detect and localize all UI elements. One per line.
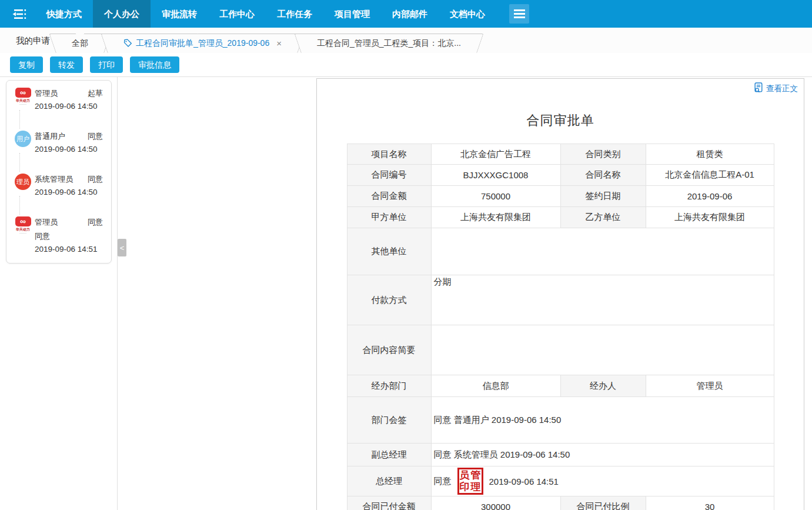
user-avatar: 用户 <box>15 131 31 147</box>
approval-status: 同意 <box>88 217 103 228</box>
approver-name: 管理员 <box>35 88 58 99</box>
tag-icon <box>123 39 132 48</box>
nav-item-shortcuts[interactable]: 快捷方式 <box>35 0 93 28</box>
copy-button[interactable]: 复制 <box>10 56 43 73</box>
company-logo-avatar: ∞ 华天动力 ───── <box>15 216 31 235</box>
seal-char: 理 <box>470 481 482 493</box>
party-b-value: 上海共友有限集团 <box>646 207 774 228</box>
nav-item-document-center[interactable]: 文档中心 <box>439 0 496 28</box>
amount-value: 750000 <box>431 186 560 207</box>
nav-item-approval-flow[interactable]: 审批流转 <box>151 0 208 28</box>
approval-info-button[interactable]: 审批信息 <box>130 56 179 73</box>
top-nav: 快捷方式 个人办公 审批流转 工作中心 工作任务 项目管理 内部邮件 文档中心 <box>0 0 812 28</box>
tab-close-icon[interactable]: × <box>276 39 282 48</box>
tabs: 全部 工程合同审批单_管理员_2019-09-06 × 工程合同_管理员_工程类… <box>56 34 481 53</box>
dept-label: 经办部门 <box>347 375 431 397</box>
table-row: 合同已付金额 300000 合同已付比例 30 <box>347 496 774 510</box>
tab-all-label: 全部 <box>72 38 88 49</box>
nav-item-project-management[interactable]: 项目管理 <box>323 0 381 28</box>
contract-category-value: 租赁类 <box>646 144 774 165</box>
payment-value: 分期 <box>431 275 774 325</box>
approval-status: 起草 <box>88 88 103 99</box>
tab-contract-engineering[interactable]: 工程合同_管理员_工程类_项目：北京... <box>302 34 476 53</box>
tab-contract-approval-active[interactable]: 工程合同审批单_管理员_2019-09-06 × <box>108 34 297 53</box>
logo-text: 华天动力 <box>16 98 30 104</box>
logo-subtext: ───── <box>19 104 26 106</box>
other-units-value <box>431 228 774 275</box>
approval-comment: 同意 <box>35 231 103 242</box>
project-name-value: 北京金信广告工程 <box>431 144 560 165</box>
app-menu-icon[interactable] <box>509 4 529 24</box>
approver-name: 管理员 <box>35 217 58 228</box>
other-units-label: 其他单位 <box>347 228 431 275</box>
view-body-link[interactable]: 查看正文 <box>754 82 798 95</box>
paid-label: 合同已付金额 <box>347 496 431 510</box>
company-logo-avatar: ∞ 华天动力 ───── <box>15 88 31 106</box>
timeline-item-dept-sign: 用户 普通用户 同意 2019-09-06 14:50 <box>11 131 106 154</box>
document-search-icon <box>754 82 764 95</box>
timeline-item-vice-gm: 理员 系统管理员 同意 2019-09-06 14:50 <box>11 174 106 196</box>
print-button[interactable]: 打印 <box>90 56 123 73</box>
view-body-label: 查看正文 <box>766 84 798 94</box>
timeline-item-text: 系统管理员 同意 2019-09-06 14:50 <box>35 174 106 196</box>
nav-item-work-tasks[interactable]: 工作任务 <box>266 0 323 28</box>
gm-approve-text: 同意 <box>434 476 452 487</box>
project-name-label: 项目名称 <box>347 144 431 165</box>
ratio-label: 合同已付比例 <box>560 496 646 510</box>
dept-sign-label: 部门会签 <box>347 397 431 444</box>
contract-no-value: BJJXXXGC1008 <box>431 165 560 186</box>
dept-value: 信息部 <box>431 375 560 397</box>
seal-char: 管 <box>470 469 482 481</box>
dept-sign-value: 同意 普通用户 2019-09-06 14:50 <box>431 397 774 444</box>
admin-avatar: 理员 <box>15 174 31 190</box>
tab-strip: 我的申请 全部 工程合同审批单_管理员_2019-09-06 × 工程合同_管理… <box>0 28 812 53</box>
breadcrumb-my-applications[interactable]: 我的申请 <box>16 35 50 46</box>
seal-char: 印 <box>459 481 470 493</box>
nav-item-internal-mail[interactable]: 内部邮件 <box>381 0 439 28</box>
contract-category-label: 合同类别 <box>560 144 646 165</box>
table-row: 其他单位 <box>347 228 774 275</box>
gm-label: 总经理 <box>347 466 431 496</box>
paid-value: 300000 <box>431 496 560 510</box>
approval-date: 2019-09-06 14:50 <box>35 188 103 196</box>
contract-document: 查看正文 合同审批单 项目名称 北京金信广告工程 合同类别 租赁类 合同编号 B… <box>316 78 804 510</box>
table-row: 总经理 同意 员 管 印 理 2019-09-06 14:51 <box>347 466 774 496</box>
nav-item-work-center[interactable]: 工作中心 <box>208 0 266 28</box>
contract-name-label: 合同名称 <box>560 165 646 186</box>
contract-name-value: 北京金信信息工程A-01 <box>646 165 774 186</box>
gm-value: 同意 员 管 印 理 2019-09-06 14:51 <box>431 466 774 496</box>
nav-items: 快捷方式 个人办公 审批流转 工作中心 工作任务 项目管理 内部邮件 文档中心 <box>35 0 496 28</box>
panel-collapse-handle[interactable]: < <box>118 239 126 256</box>
party-b-label: 乙方单位 <box>560 207 646 228</box>
approver-name: 普通用户 <box>35 131 65 142</box>
timeline-item-gm: ∞ 华天动力 ───── 管理员 同意 同意 2019-09-06 14:51 <box>11 216 106 254</box>
infinity-logo-icon: ∞ <box>15 216 31 226</box>
summary-label: 合同内容简要 <box>347 325 431 375</box>
forward-button[interactable]: 转发 <box>50 56 83 73</box>
ratio-value: 30 <box>646 496 774 510</box>
sign-date-value: 2019-09-06 <box>646 186 774 207</box>
table-row: 甲方单位 上海共友有限集团 乙方单位 上海共友有限集团 <box>347 207 774 228</box>
collapse-menu-icon[interactable] <box>9 5 29 23</box>
approval-timeline-pane: ∞ 华天动力 ───── 管理员 起草 2019-09-06 14:50 用户 <box>0 77 118 510</box>
table-row: 合同内容简要 <box>347 325 774 375</box>
party-a-value: 上海共友有限集团 <box>431 207 560 228</box>
toolbar: 复制 转发 打印 审批信息 <box>0 53 812 76</box>
timeline-item-draft: ∞ 华天动力 ───── 管理员 起草 2019-09-06 14:50 <box>11 88 106 111</box>
amount-label: 合同金额 <box>347 186 431 207</box>
tab-all[interactable]: 全部 <box>56 34 103 53</box>
document-title: 合同审批单 <box>317 112 804 129</box>
manager-seal-stamp: 员 管 印 理 <box>457 468 483 495</box>
contract-form-table: 项目名称 北京金信广告工程 合同类别 租赁类 合同编号 BJJXXXGC1008… <box>347 144 774 510</box>
infinity-logo-icon: ∞ <box>15 88 31 98</box>
avatar: ∞ 华天动力 ───── <box>11 88 35 111</box>
handler-label: 经办人 <box>560 375 646 397</box>
nav-item-personal-office[interactable]: 个人办公 <box>93 0 151 28</box>
timeline-item-text: 管理员 起草 2019-09-06 14:50 <box>35 88 106 111</box>
handler-value: 管理员 <box>646 375 774 397</box>
seal-char: 员 <box>459 469 470 481</box>
gm-approve-date: 2019-09-06 14:51 <box>489 476 559 486</box>
table-row: 合同编号 BJJXXXGC1008 合同名称 北京金信信息工程A-01 <box>347 165 774 186</box>
approval-date: 2019-09-06 14:50 <box>35 102 103 111</box>
vice-gm-value: 同意 系统管理员 2019-09-06 14:50 <box>431 444 774 466</box>
